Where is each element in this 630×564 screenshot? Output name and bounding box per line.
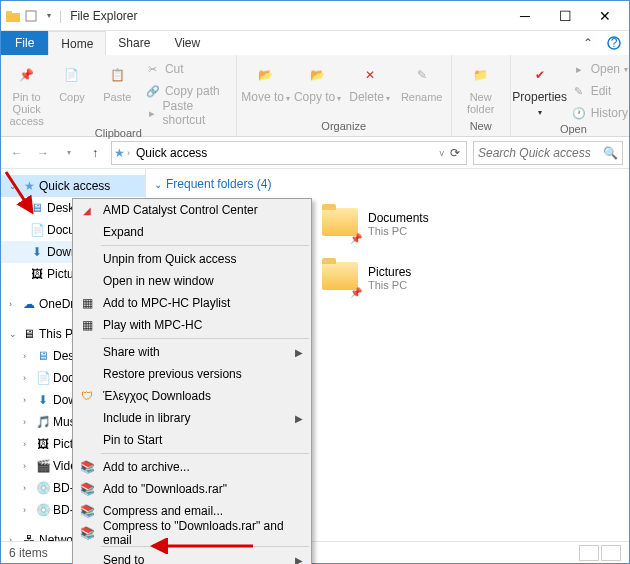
help-icon[interactable]: ? — [599, 31, 629, 55]
folder-icon: 📌 — [322, 204, 362, 244]
new-folder-button[interactable]: 📁New folder — [456, 57, 506, 115]
search-input[interactable] — [478, 146, 603, 160]
copy-to-button[interactable]: 📂Copy to — [293, 57, 343, 105]
item-count: 6 items — [9, 546, 48, 560]
menu-item-label: Share with — [103, 345, 160, 359]
menu-item[interactable]: Pin to Start — [73, 429, 311, 451]
pin-icon: 📌 — [350, 286, 362, 298]
menu-item[interactable]: 🛡Έλεγχος Downloads — [73, 385, 311, 407]
heading[interactable]: ⌄Frequent folders (4) — [154, 177, 621, 191]
chevron-right-icon[interactable]: › — [127, 148, 130, 158]
folder-icon: 📌 — [322, 258, 362, 298]
properties-button[interactable]: ✔Properties — [515, 57, 565, 119]
menu-item[interactable]: 📚Add to archive... — [73, 456, 311, 478]
folder-location: This PC — [368, 279, 411, 291]
menu-item-label: Send to — [103, 553, 144, 564]
pin-quick-access-button[interactable]: 📌Pin to Quick access — [5, 57, 48, 127]
annotation-arrow-icon — [4, 170, 44, 220]
mpc-icon: ▦ — [79, 317, 95, 333]
move-to-button[interactable]: 📂Move to — [241, 57, 291, 105]
menu-item[interactable]: Share with▶ — [73, 341, 311, 363]
menu-item-label: Add to "Downloads.rar" — [103, 482, 227, 496]
recent-button[interactable]: ▾ — [59, 143, 79, 163]
history-button[interactable]: 🕐History — [567, 103, 630, 123]
back-button[interactable]: ← — [7, 143, 27, 163]
minimize-button[interactable]: ─ — [505, 2, 545, 30]
copy-path-button[interactable]: 🔗Copy path — [141, 81, 232, 101]
menu-item-label: Add to archive... — [103, 460, 190, 474]
copy-button[interactable]: 📄Copy — [50, 57, 93, 103]
share-tab[interactable]: Share — [106, 31, 162, 55]
address-box[interactable]: ★ › Quick access v ⟳ — [111, 141, 467, 165]
svg-rect-0 — [6, 13, 20, 22]
folder-card[interactable]: 📌PicturesThis PC — [318, 253, 478, 303]
collapse-ribbon-icon[interactable]: ⌃ — [577, 31, 599, 55]
paste-button[interactable]: 📋Paste — [96, 57, 139, 103]
icons-view-button[interactable] — [601, 545, 621, 561]
file-tab[interactable]: File — [1, 31, 48, 55]
window-title: File Explorer — [70, 9, 137, 23]
menu-item-label: Expand — [103, 225, 144, 239]
svg-line-5 — [6, 172, 32, 212]
menu-item-label: Open in new window — [103, 274, 214, 288]
home-tab[interactable]: Home — [48, 31, 106, 55]
qat-dropdown-icon[interactable]: ▾ — [41, 8, 57, 24]
pin-icon: 📌 — [350, 232, 362, 244]
forward-button[interactable]: → — [33, 143, 53, 163]
menu-item-label: Restore previous versions — [103, 367, 242, 381]
mpc-icon: ▦ — [79, 295, 95, 311]
menu-item[interactable]: 📚Add to "Downloads.rar" — [73, 478, 311, 500]
rename-button[interactable]: ✎Rename — [397, 57, 447, 103]
annotation-arrow-icon — [148, 538, 258, 554]
refresh-icon[interactable]: ⟳ — [446, 146, 464, 160]
up-button[interactable]: ↑ — [85, 143, 105, 163]
amd-icon: ◢ — [79, 202, 95, 218]
properties-icon[interactable] — [23, 8, 39, 24]
menu-item[interactable]: ◢AMD Catalyst Control Center — [73, 199, 311, 221]
svg-text:?: ? — [611, 36, 618, 50]
menu-item-label: Play with MPC-HC — [103, 318, 202, 332]
view-tab[interactable]: View — [162, 31, 212, 55]
submenu-icon: ▶ — [295, 347, 303, 358]
menu-item-label: Include in library — [103, 411, 190, 425]
menu-item[interactable]: Include in library▶ — [73, 407, 311, 429]
folder-location: This PC — [368, 225, 429, 237]
menu-item-label: Unpin from Quick access — [103, 252, 236, 266]
folder-name: Documents — [368, 211, 429, 225]
menu-item[interactable]: Restore previous versions — [73, 363, 311, 385]
edit-button[interactable]: ✎Edit — [567, 81, 630, 101]
menu-item-label: Add to MPC-HC Playlist — [103, 296, 230, 310]
rar-icon: 📚 — [79, 459, 95, 475]
menu-item-label: AMD Catalyst Control Center — [103, 203, 258, 217]
address-dropdown-icon[interactable]: v — [440, 148, 445, 158]
rar-icon: 📚 — [79, 525, 95, 541]
title-bar: ▾ | File Explorer ─ ☐ ✕ — [1, 1, 629, 31]
svg-rect-1 — [6, 11, 12, 14]
rar-icon: 📚 — [79, 503, 95, 519]
details-view-button[interactable] — [579, 545, 599, 561]
search-box[interactable]: 🔍 — [473, 141, 623, 165]
menu-item-label: Compress and email... — [103, 504, 223, 518]
maximize-button[interactable]: ☐ — [545, 2, 585, 30]
menu-bar: File Home Share View ⌃ ? — [1, 31, 629, 55]
close-button[interactable]: ✕ — [585, 2, 625, 30]
menu-item[interactable]: ▦Add to MPC-HC Playlist — [73, 292, 311, 314]
menu-item[interactable]: Open in new window — [73, 270, 311, 292]
search-icon: 🔍 — [603, 146, 618, 160]
delete-button[interactable]: ✕Delete — [345, 57, 395, 105]
menu-item-label: Pin to Start — [103, 433, 162, 447]
folder-card[interactable]: 📌DocumentsThis PC — [318, 199, 478, 249]
menu-item[interactable]: Expand — [73, 221, 311, 243]
paste-shortcut-button[interactable]: ▸Paste shortcut — [141, 103, 232, 123]
folder-icon — [5, 8, 21, 24]
menu-item[interactable]: Unpin from Quick access — [73, 248, 311, 270]
rar-icon: 📚 — [79, 481, 95, 497]
cut-button[interactable]: ✂Cut — [141, 59, 232, 79]
address-bar: ← → ▾ ↑ ★ › Quick access v ⟳ 🔍 — [1, 137, 629, 169]
submenu-icon: ▶ — [295, 555, 303, 565]
star-icon: ★ — [114, 146, 125, 160]
open-button[interactable]: ▸Open ▾ — [567, 59, 630, 79]
menu-item[interactable]: ▦Play with MPC-HC — [73, 314, 311, 336]
menu-item-label: Έλεγχος Downloads — [103, 389, 211, 403]
breadcrumb[interactable]: Quick access — [132, 146, 211, 160]
